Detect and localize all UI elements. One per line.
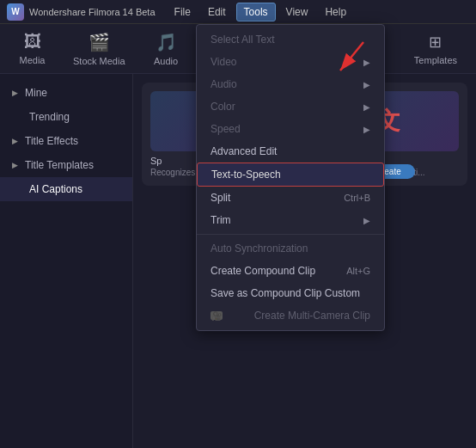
audio-icon: 🎵 xyxy=(156,32,177,52)
drop-video: Video ▶ xyxy=(197,51,384,73)
toolbar-media[interactable]: 🖼 Media xyxy=(9,28,56,69)
audio-label: Audio xyxy=(154,56,178,66)
menu-edit[interactable]: Edit xyxy=(201,3,233,21)
toolbar-audio[interactable]: 🎵 Audio xyxy=(143,28,190,70)
drop-text-to-speech[interactable]: Text-to-Speech xyxy=(197,163,384,187)
sidebar-item-mine[interactable]: ▶ Mine xyxy=(0,81,132,105)
stock-media-icon: 🎬 xyxy=(88,32,110,52)
drop-advanced-edit[interactable]: Advanced Edit xyxy=(197,140,384,163)
sidebar-item-title-effects[interactable]: ▶ Title Effects xyxy=(0,129,132,153)
drop-trim[interactable]: Trim ▶ xyxy=(197,209,384,231)
sidebar-trending-label: Trending xyxy=(29,111,70,123)
drop-save-compound-custom[interactable]: Save as Compound Clip Custom xyxy=(197,282,384,304)
title-templates-arrow: ▶ xyxy=(12,161,18,169)
drop-audio-arrow: ▶ xyxy=(363,80,370,89)
drop-compound-shortcut: Alt+G xyxy=(346,266,370,276)
drop-trim-arrow: ▶ xyxy=(363,216,370,225)
camera-icon: 🎥 xyxy=(211,311,223,320)
sidebar-title-effects-label: Title Effects xyxy=(25,135,78,147)
stock-media-label: Stock Media xyxy=(73,56,125,66)
drop-multi-camera: 🎥 Create Multi-Camera Clip xyxy=(197,304,384,327)
sidebar-item-title-templates[interactable]: ▶ Title Templates xyxy=(0,153,132,177)
drop-speed-arrow: ▶ xyxy=(363,125,370,134)
menu-tools[interactable]: Tools xyxy=(236,3,276,21)
drop-color-arrow: ▶ xyxy=(363,102,370,112)
toolbar-templates[interactable]: ⊞ Templates xyxy=(404,29,467,69)
sidebar-ai-captions-label: AI Captions xyxy=(29,183,82,195)
menu-file[interactable]: File xyxy=(168,3,198,21)
drop-select-all-text: Select All Text xyxy=(197,28,384,51)
templates-icon: ⊞ xyxy=(429,33,442,52)
sidebar-mine-label: Mine xyxy=(25,87,47,99)
drop-auto-sync: Auto Synchronization xyxy=(197,237,384,260)
menu-bar: W Wondershare Filmora 14 Beta File Edit … xyxy=(0,0,476,24)
menu-view[interactable]: View xyxy=(279,3,315,21)
media-label: Media xyxy=(20,55,46,65)
mine-arrow: ▶ xyxy=(12,89,18,97)
drop-split[interactable]: Split Ctrl+B xyxy=(197,187,384,209)
menu-help[interactable]: Help xyxy=(318,3,353,21)
sidebar-title-templates-label: Title Templates xyxy=(25,159,94,171)
drop-separator xyxy=(197,234,384,235)
app-logo-text: Wondershare Filmora 14 Beta xyxy=(29,7,156,17)
templates-label: Templates xyxy=(414,55,457,65)
drop-split-shortcut: Ctrl+B xyxy=(344,193,370,203)
sidebar-item-trending[interactable]: Trending xyxy=(0,105,132,129)
app-logo-icon: W xyxy=(7,3,24,21)
title-effects-arrow: ▶ xyxy=(12,137,18,145)
media-icon: 🖼 xyxy=(24,32,41,52)
tools-dropdown-menu: Select All Text Video ▶ Audio ▶ Color ▶ … xyxy=(196,24,385,331)
drop-color: Color ▶ xyxy=(197,95,384,118)
drop-audio: Audio ▶ xyxy=(197,73,384,95)
drop-video-arrow: ▶ xyxy=(363,58,370,67)
drop-speed: Speed ▶ xyxy=(197,118,384,140)
drop-create-compound[interactable]: Create Compound Clip Alt+G xyxy=(197,260,384,282)
app-logo: W Wondershare Filmora 14 Beta xyxy=(7,3,156,21)
toolbar-stock-media[interactable]: 🎬 Stock Media xyxy=(63,28,136,70)
sidebar: ▶ Mine Trending ▶ Title Effects ▶ Title … xyxy=(0,74,133,448)
sidebar-item-ai-captions[interactable]: AI Captions xyxy=(0,177,132,201)
